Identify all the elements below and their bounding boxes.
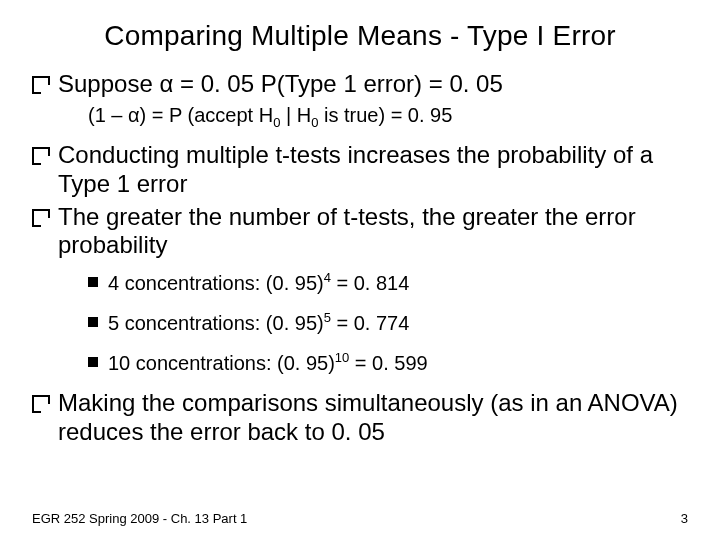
hollow-square-icon: [32, 395, 50, 413]
filled-square-icon: [88, 357, 98, 367]
calc-part: 10 concentrations: (0. 95): [108, 351, 335, 373]
bullet-greater-number: The greater the number of t-tests, the g…: [32, 203, 688, 261]
bullet-text: The greater the number of t-tests, the g…: [58, 203, 688, 261]
slide-footer: EGR 252 Spring 2009 - Ch. 13 Part 1 3: [32, 511, 688, 526]
calc-part: = 0. 774: [331, 312, 409, 334]
formula-part: (1 – α) = P (accept H: [88, 104, 273, 126]
calc-part: 4 concentrations: (0. 95): [108, 272, 324, 294]
sub-bullet-5conc: 5 concentrations: (0. 95)5 = 0. 774: [88, 310, 688, 336]
calc-text: 10 concentrations: (0. 95)10 = 0. 599: [108, 350, 428, 376]
exponent: 4: [324, 270, 331, 285]
sub-bullet-4conc: 4 concentrations: (0. 95)4 = 0. 814: [88, 270, 688, 296]
calc-part: = 0. 599: [349, 351, 427, 373]
calc-text: 4 concentrations: (0. 95)4 = 0. 814: [108, 270, 409, 296]
slide-title: Comparing Multiple Means - Type I Error: [32, 20, 688, 52]
calc-text: 5 concentrations: (0. 95)5 = 0. 774: [108, 310, 409, 336]
bullet-text: Suppose α = 0. 05 P(Type 1 error) = 0. 0…: [58, 70, 503, 99]
bullet-multiple-ttests: Conducting multiple t-tests increases th…: [32, 141, 688, 199]
bullet-suppose: Suppose α = 0. 05 P(Type 1 error) = 0. 0…: [32, 70, 688, 99]
footer-left-text: EGR 252 Spring 2009 - Ch. 13 Part 1: [32, 511, 247, 526]
filled-square-icon: [88, 277, 98, 287]
bullet-text: Conducting multiple t-tests increases th…: [58, 141, 688, 199]
page-number: 3: [681, 511, 688, 526]
filled-square-icon: [88, 317, 98, 327]
formula-part: | H: [280, 104, 311, 126]
hollow-square-icon: [32, 147, 50, 165]
hollow-square-icon: [32, 76, 50, 94]
sub-formula-1: (1 – α) = P (accept H0 | H0 is true) = 0…: [88, 103, 688, 131]
hollow-square-icon: [32, 209, 50, 227]
bullet-anova: Making the comparisons simultaneously (a…: [32, 389, 688, 447]
sub-bullet-10conc: 10 concentrations: (0. 95)10 = 0. 599: [88, 350, 688, 376]
calc-part: 5 concentrations: (0. 95): [108, 312, 324, 334]
calc-part: = 0. 814: [331, 272, 409, 294]
formula-part: is true) = 0. 95: [318, 104, 452, 126]
bullet-text: Making the comparisons simultaneously (a…: [58, 389, 688, 447]
exponent: 5: [324, 310, 331, 325]
exponent: 10: [335, 350, 349, 365]
